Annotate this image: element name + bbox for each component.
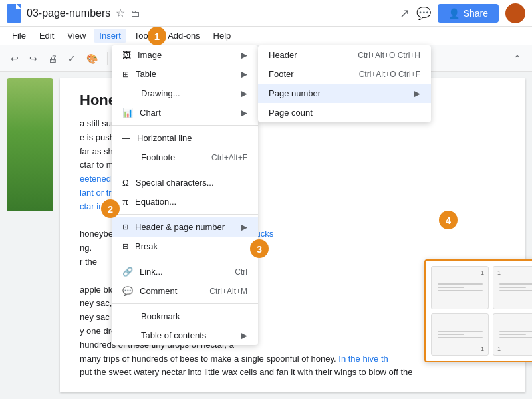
header-sub-shortcut: Ctrl+Alt+O Ctrl+H [358, 51, 420, 60]
doc-title: 03-page-numbers [27, 7, 110, 19]
badge-2-label: 2 [108, 203, 113, 215]
text-blue-10: In the hive th [338, 354, 388, 364]
sidebar [7, 78, 60, 392]
doc-icon [7, 4, 21, 23]
pn-option-top-left[interactable]: 1 [493, 266, 532, 309]
arrow-icon-5: ▶ [241, 222, 247, 232]
header-sub-label: Header [269, 50, 297, 60]
menu-item-chart[interactable]: 📊 Chart ▶ [112, 103, 258, 122]
menu-addons[interactable]: Add-ons [162, 29, 205, 43]
menu-item-header[interactable]: ⊡ Header & page number ▶ [112, 217, 258, 237]
arrow-icon-pn: ▶ [414, 88, 420, 98]
badge-3: 3 [250, 239, 269, 258]
hrule-icon: — [122, 134, 130, 143]
star-icon[interactable]: ☆ [116, 7, 125, 19]
pagenumber-options: 1 1 1 1 [424, 259, 532, 362]
share-icon: 👤 [448, 8, 460, 19]
equation-icon: π [122, 197, 128, 207]
menu-view[interactable]: View [62, 29, 91, 43]
link-label: Link... [140, 267, 163, 277]
table-label: Table [136, 69, 156, 79]
arrow-icon-2: ▶ [241, 69, 247, 79]
submenu-item-pagenumber[interactable]: Page number ▶ [258, 84, 431, 103]
drawing-label: Drawing... [141, 88, 180, 98]
avatar[interactable] [505, 3, 525, 23]
footer-sub-label: Footer [269, 69, 294, 79]
pn-num-3: 1 [481, 346, 484, 352]
menu-item-footnote[interactable]: Footnote Ctrl+Alt+F [112, 148, 258, 167]
pn-option-bottom-right[interactable]: 1 [431, 313, 489, 356]
badge-1: 1 [148, 27, 166, 45]
sep-4 [112, 259, 258, 259]
menu-item-drawing[interactable]: Drawing... ▶ [112, 84, 258, 103]
stats-icon[interactable]: ↗ [400, 6, 410, 21]
submenu-item-pagecount[interactable]: Page count [258, 103, 431, 122]
menu-item-table[interactable]: ⊞ Table ▶ [112, 65, 258, 84]
insert-menu: 🖼 Image ▶ ⊞ Table ▶ Drawing... ▶ 📊 Chart… [112, 45, 258, 345]
expand-button[interactable]: ⌃ [509, 51, 525, 66]
submenu-item-footer[interactable]: Footer Ctrl+Alt+O Ctrl+F [258, 65, 431, 84]
menu-bar: File Edit View Insert Tools Add-ons Help [0, 27, 532, 45]
sep-5 [112, 303, 258, 304]
link-shortcut: Ctrl [235, 267, 247, 277]
comment-icon-menu: 💬 [122, 286, 133, 296]
chart-label: Chart [140, 108, 161, 118]
menu-item-image[interactable]: 🖼 Image ▶ [112, 45, 258, 65]
menu-item-special[interactable]: Ω Special characters... [112, 173, 258, 192]
paint-format-button[interactable]: 🎨 [82, 51, 102, 66]
menu-item-equation[interactable]: π Equation... [112, 192, 258, 211]
menu-help[interactable]: Help [208, 29, 237, 43]
image-label: Image [138, 50, 162, 60]
header-icon: ⊡ [122, 223, 128, 231]
menu-item-toc[interactable]: Table of contents ▶ [112, 326, 258, 345]
pn-option-bottom-left[interactable]: 1 [493, 313, 532, 356]
menu-file[interactable]: File [7, 29, 31, 43]
top-bar: 03-page-numbers ☆ 🗀 ↗ 💬 👤 Share [0, 0, 532, 27]
menu-item-break[interactable]: ⊟ Break [112, 237, 258, 256]
sep-3 [112, 214, 258, 215]
badge-2: 2 [101, 200, 120, 218]
sep-1 [112, 125, 258, 126]
equation-label: Equation... [135, 197, 176, 207]
table-icon: ⊞ [122, 70, 129, 79]
badge-1-label: 1 [154, 31, 160, 42]
pn-option-top-right[interactable]: 1 [431, 266, 489, 309]
menu-item-bookmark[interactable]: Bookmark [112, 307, 258, 326]
menu-item-comment[interactable]: 💬 Comment Ctrl+Alt+M [112, 281, 258, 301]
share-button[interactable]: 👤 Share [438, 4, 499, 23]
badge-3-label: 3 [257, 243, 262, 255]
header-submenu: Header Ctrl+Alt+O Ctrl+H Footer Ctrl+Alt… [258, 45, 431, 122]
folder-icon[interactable]: 🗀 [130, 8, 140, 19]
arrow-icon: ▶ [241, 50, 247, 60]
menu-edit[interactable]: Edit [34, 29, 59, 43]
break-icon: ⊟ [122, 242, 128, 251]
footnote-shortcut: Ctrl+Alt+F [211, 153, 247, 162]
pn-num-1: 1 [481, 269, 484, 276]
toc-label: Table of contents [141, 331, 206, 340]
submenu-item-header[interactable]: Header Ctrl+Alt+O Ctrl+H [258, 45, 431, 65]
header-label: Header & page number [135, 222, 225, 232]
print-button[interactable]: 🖨 [44, 51, 61, 66]
comment-label: Comment [140, 286, 177, 296]
undo-button[interactable]: ↩ [7, 51, 23, 66]
menu-insert[interactable]: Insert [94, 29, 126, 43]
para-17: put the sweet watery nectar into little … [80, 366, 505, 380]
footer-sub-shortcut: Ctrl+Alt+O Ctrl+F [359, 70, 420, 79]
spellcheck-button[interactable]: ✓ [64, 51, 80, 66]
pagenumber-sub-label: Page number [269, 88, 321, 98]
comment-shortcut: Ctrl+Alt+M [209, 287, 247, 296]
redo-button[interactable]: ↪ [25, 51, 41, 66]
share-label: Share [464, 8, 488, 19]
badge-4-label: 4 [446, 215, 451, 226]
comment-icon[interactable]: 💬 [416, 6, 431, 21]
menu-item-link[interactable]: 🔗 Link... Ctrl [112, 262, 258, 281]
special-label: Special characters... [136, 178, 214, 188]
link-icon: 🔗 [122, 267, 133, 277]
break-label: Break [135, 241, 158, 251]
chart-icon: 📊 [122, 108, 133, 118]
arrow-icon-4: ▶ [241, 108, 247, 118]
toolbar-sep-1 [107, 52, 108, 65]
image-icon: 🖼 [122, 50, 131, 60]
hrule-label: Horizontal line [137, 133, 192, 143]
menu-item-hrule[interactable]: — Horizontal line [112, 128, 258, 148]
